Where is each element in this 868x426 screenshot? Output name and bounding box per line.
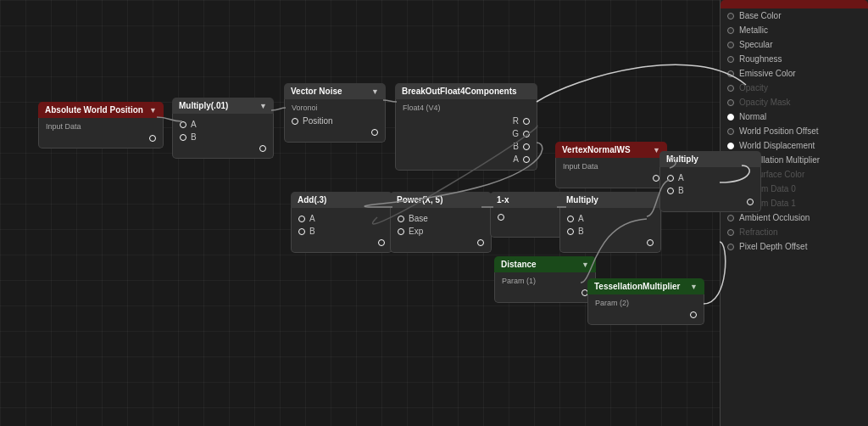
port-dot-icon xyxy=(727,85,734,92)
node-header-multiply_002: Multiply xyxy=(559,192,661,208)
output-port: R xyxy=(396,115,537,127)
material-port-pixel-depth-offset: Pixel Depth Offset xyxy=(721,239,868,254)
port-dot-icon xyxy=(727,42,734,48)
node-body-distance: Param (1) xyxy=(494,272,596,303)
node-multiply_002[interactable]: MultiplyAB xyxy=(559,192,661,253)
material-port-label: Opacity xyxy=(739,83,768,92)
dropdown-arrow-icon[interactable]: ▼ xyxy=(259,102,267,110)
output-port xyxy=(173,143,273,154)
material-ports-container: Base ColorMetallicSpecularRoughnessEmiss… xyxy=(721,8,868,254)
dropdown-arrow-icon[interactable]: ▼ xyxy=(581,261,589,269)
node-distance[interactable]: Distance▼Param (1) xyxy=(494,256,596,303)
node-multiply_001[interactable]: Multiply(.01)▼AB xyxy=(172,98,274,159)
material-port-label: Specular xyxy=(739,40,772,49)
material-port-opacity: Opacity xyxy=(721,81,868,95)
node-vector_noise[interactable]: Vector Noise▼VoronoiPosition xyxy=(284,83,386,143)
port-dot-icon xyxy=(667,188,674,194)
node-header-breakout_float: BreakOutFloat4Components xyxy=(395,83,537,99)
node-body-vertex_normal_ws: Input Data xyxy=(555,158,667,188)
port-dot-icon xyxy=(259,145,266,152)
material-port-label: Opacity Mask xyxy=(739,98,791,107)
port-dot-icon xyxy=(667,175,674,182)
node-subtitle: Float4 (V4) xyxy=(396,104,537,115)
port-dot-icon xyxy=(498,214,504,221)
material-port-label: Base Color xyxy=(739,11,781,20)
material-port-base-color: Base Color xyxy=(721,8,868,23)
node-tessellation_multiplier[interactable]: TessellationMultiplier▼Param (2) xyxy=(587,278,704,325)
port-dot-icon xyxy=(523,156,530,163)
input-port: B xyxy=(292,225,392,238)
material-panel-title xyxy=(721,0,868,8)
dropdown-arrow-icon[interactable]: ▼ xyxy=(690,283,698,291)
material-port-label: Pixel Depth Offset xyxy=(739,242,807,251)
node-header-vertex_normal_ws: VertexNormalWS▼ xyxy=(555,142,667,158)
dropdown-arrow-icon[interactable]: ▼ xyxy=(371,87,379,96)
node-header-add_03: Add(.3) xyxy=(291,192,392,208)
material-port-label: Metallic xyxy=(739,25,768,35)
port-dot-icon xyxy=(727,13,734,20)
material-port-ambient-occlusion: Ambient Occlusion xyxy=(721,210,868,225)
output-port xyxy=(588,310,704,320)
node-header-absolute_world_position: Absolute World Position▼ xyxy=(38,102,164,118)
input-port: Position xyxy=(285,115,385,127)
node-body-absolute_world_position: Input Data xyxy=(38,118,164,149)
material-port-label: World Position Offset xyxy=(739,126,819,136)
port-dot-icon xyxy=(180,121,186,128)
node-body-add_03: AB xyxy=(291,208,392,253)
port-label: B xyxy=(513,142,519,151)
node-body-breakout_float: Float4 (V4)RGBA xyxy=(395,99,537,171)
material-port-label: Ambient Occlusion xyxy=(739,213,810,222)
port-dot-icon xyxy=(149,135,156,142)
node-header-vector_noise: Vector Noise▼ xyxy=(284,83,386,99)
material-panel: Base ColorMetallicSpecularRoughnessEmiss… xyxy=(720,0,868,426)
port-dot-icon xyxy=(298,228,305,235)
port-dot-icon xyxy=(567,216,574,222)
node-multiply_003[interactable]: MultiplyAB xyxy=(659,151,761,212)
output-port xyxy=(285,127,385,137)
port-dot-icon xyxy=(727,56,734,63)
port-label: R xyxy=(513,116,519,126)
port-label: Base xyxy=(409,214,428,223)
port-dot-icon xyxy=(647,239,654,246)
node-breakout_float[interactable]: BreakOutFloat4ComponentsFloat4 (V4)RGBA xyxy=(395,83,537,171)
material-port-label: World Displacement xyxy=(739,141,815,150)
port-dot-icon xyxy=(727,215,734,221)
node-body-power_x5: BaseExp xyxy=(390,208,492,253)
port-dot-icon xyxy=(523,143,530,150)
material-port-normal: Normal xyxy=(721,109,868,124)
node-body-multiply_001: AB xyxy=(172,114,274,159)
port-dot-icon xyxy=(727,27,734,34)
port-dot-icon xyxy=(371,129,378,136)
input-port: A xyxy=(560,212,660,225)
node-power_x5[interactable]: Power(X, 5)BaseExp xyxy=(390,192,492,253)
port-label: B xyxy=(678,186,684,195)
output-port xyxy=(39,133,163,143)
port-label: A xyxy=(513,154,519,164)
node-header-multiply_003: Multiply xyxy=(659,151,761,167)
port-dot-icon xyxy=(727,143,734,149)
node-add_03[interactable]: Add(.3)AB xyxy=(291,192,392,253)
port-dot-icon xyxy=(180,134,186,141)
port-dot-icon xyxy=(653,175,659,182)
node-header-power_x5: Power(X, 5) xyxy=(390,192,492,208)
input-port: Base xyxy=(391,212,491,225)
node-body-vector_noise: VoronoiPosition xyxy=(284,99,386,143)
port-dot-icon xyxy=(292,118,298,125)
port-label: A xyxy=(578,214,584,223)
output-port xyxy=(660,197,760,207)
material-port-refraction: Refraction xyxy=(721,225,868,239)
node-vertex_normal_ws[interactable]: VertexNormalWS▼Input Data xyxy=(555,142,667,188)
node-absolute_world_position[interactable]: Absolute World Position▼Input Data xyxy=(38,102,164,149)
material-port-label: Refraction xyxy=(739,227,778,237)
input-port: A xyxy=(292,212,392,225)
port-dot-icon xyxy=(378,239,385,246)
output-port xyxy=(556,173,666,183)
input-port: B xyxy=(660,184,760,197)
output-port xyxy=(292,238,392,248)
input-port: B xyxy=(560,225,660,238)
output-port xyxy=(560,238,660,248)
material-port-specular: Specular xyxy=(721,37,868,52)
material-port-label: Emissive Color xyxy=(739,69,796,78)
output-port: G xyxy=(396,127,537,140)
dropdown-arrow-icon[interactable]: ▼ xyxy=(149,106,157,115)
